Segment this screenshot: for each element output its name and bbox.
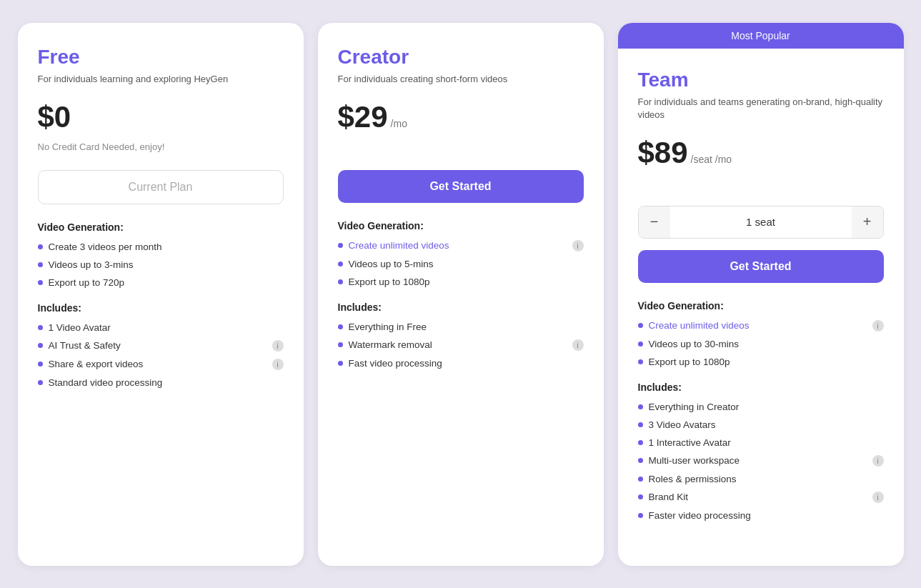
bullet-icon — [638, 359, 643, 364]
feature-text: AI Trust & Safety — [49, 340, 272, 351]
feature-item: Export up to 1080p — [638, 357, 884, 367]
bullet-icon — [338, 324, 343, 329]
feature-row: Multi-user workspace i — [649, 455, 884, 467]
feature-row: Export up to 1080p — [349, 276, 584, 287]
price-suffix-creator: /mo — [391, 118, 407, 129]
price-row-creator: $29 /mo — [338, 100, 584, 134]
price-amount-free: $0 — [38, 100, 71, 134]
feature-row: Videos up to 30-mins — [649, 339, 884, 349]
feature-text: Watermark removal — [349, 339, 572, 350]
feature-list: Create 3 videos per month Videos up to 3… — [38, 241, 284, 288]
section-title: Includes: — [638, 382, 884, 393]
plan-card-free: FreeFor individuals learning and explori… — [18, 23, 304, 566]
info-icon[interactable]: i — [872, 455, 884, 467]
feature-row: Export up to 1080p — [649, 357, 884, 367]
info-icon[interactable]: i — [872, 492, 884, 503]
price-row-free: $0 — [38, 100, 284, 134]
section-title: Includes: — [38, 302, 284, 314]
section-title: Video Generation: — [638, 300, 884, 312]
feature-text: 3 Video Avatars — [649, 419, 884, 430]
info-icon[interactable]: i — [872, 320, 884, 332]
feature-item: 1 Interactive Avatar — [638, 437, 884, 448]
feature-row: 3 Video Avatars — [649, 419, 884, 430]
cta-button-team[interactable]: Get Started — [638, 250, 884, 283]
plan-desc-creator: For individuals creating short-form vide… — [338, 73, 584, 86]
feature-text: 1 Interactive Avatar — [649, 437, 884, 448]
seat-increase-button[interactable]: + — [852, 206, 883, 238]
bullet-icon — [638, 404, 643, 409]
feature-text: Faster video processing — [649, 510, 884, 521]
feature-item: Watermark removal i — [338, 339, 584, 351]
price-amount-team: $89 — [638, 136, 688, 170]
feature-text: Multi-user workspace — [649, 455, 872, 466]
feature-text: Export up to 1080p — [349, 276, 584, 287]
bullet-icon — [638, 458, 643, 463]
plan-desc-team: For individuals and teams generating on-… — [638, 96, 884, 121]
feature-text: Create unlimited videos — [349, 240, 572, 251]
info-icon[interactable]: i — [572, 240, 584, 251]
feature-list: Everything in Free Watermark removal i F… — [338, 322, 584, 369]
pricing-container: FreeFor individuals learning and explori… — [18, 23, 904, 566]
bullet-icon — [338, 279, 343, 284]
feature-row: Brand Kit i — [649, 492, 884, 503]
feature-list: Everything in Creator 3 Video Avatars 1 … — [638, 402, 884, 521]
feature-row: Watermark removal i — [349, 339, 584, 351]
section-title: Includes: — [338, 302, 584, 313]
feature-row: 1 Video Avatar — [49, 322, 284, 333]
feature-item: Videos up to 3-mins — [38, 259, 284, 270]
bullet-icon — [638, 513, 643, 518]
feature-item: Share & export videos i — [38, 359, 284, 370]
bullet-icon — [638, 422, 643, 427]
feature-item: Create 3 videos per month — [38, 241, 284, 252]
feature-row: Videos up to 3-mins — [49, 259, 284, 270]
feature-item: Videos up to 5-mins — [338, 259, 584, 269]
bullet-icon — [338, 361, 343, 366]
seat-selector: − 1 seat + — [638, 206, 884, 239]
bullet-icon — [38, 280, 43, 285]
seat-value: 1 seat — [670, 216, 852, 228]
feature-item: Export up to 1080p — [338, 276, 584, 287]
feature-item: AI Trust & Safety i — [38, 340, 284, 352]
section-title: Video Generation: — [38, 221, 284, 233]
price-note-team — [638, 177, 884, 191]
bullet-icon — [338, 342, 343, 347]
cta-button-creator[interactable]: Get Started — [338, 170, 584, 203]
feature-row: Faster video processing — [649, 510, 884, 521]
cta-button-free[interactable]: Current Plan — [38, 170, 284, 204]
feature-item: Standard video processing — [38, 377, 284, 388]
bullet-icon — [638, 342, 643, 347]
plan-name-team: Team — [638, 69, 884, 91]
feature-row: Create 3 videos per month — [49, 241, 284, 252]
info-icon[interactable]: i — [272, 340, 284, 352]
bullet-icon — [38, 380, 43, 385]
price-note-free: No Credit Card Needed, enjoy! — [38, 141, 284, 156]
info-icon[interactable]: i — [272, 359, 284, 370]
feature-text: Videos up to 5-mins — [349, 259, 584, 269]
popular-badge: Most Popular — [618, 23, 904, 49]
feature-row: AI Trust & Safety i — [49, 340, 284, 352]
feature-text: Videos up to 3-mins — [49, 259, 284, 270]
info-icon[interactable]: i — [572, 339, 584, 351]
plan-name-free: Free — [38, 46, 284, 69]
feature-text: Roles & permissions — [649, 474, 884, 484]
feature-row: Roles & permissions — [649, 474, 884, 484]
plan-card-team: Most PopularTeamFor individuals and team… — [618, 23, 904, 566]
feature-text: Videos up to 30-mins — [649, 339, 884, 349]
bullet-icon — [638, 323, 643, 328]
plan-name-creator: Creator — [338, 46, 584, 69]
feature-row: Share & export videos i — [49, 359, 284, 370]
bullet-icon — [38, 244, 43, 249]
feature-row: Standard video processing — [49, 377, 284, 388]
feature-item: Export up to 720p — [38, 277, 284, 288]
price-note-creator — [338, 141, 584, 156]
bullet-icon — [338, 261, 343, 266]
seat-decrease-button[interactable]: − — [639, 206, 670, 238]
feature-text: Everything in Creator — [649, 402, 884, 412]
feature-list: Create unlimited videos i Videos up to 5… — [338, 240, 584, 287]
feature-text: Create unlimited videos — [649, 320, 872, 331]
bullet-icon — [38, 362, 43, 367]
bullet-icon — [638, 477, 643, 482]
feature-item: Create unlimited videos i — [338, 240, 584, 251]
feature-text: Fast video processing — [349, 358, 584, 369]
feature-row: Everything in Creator — [649, 402, 884, 412]
